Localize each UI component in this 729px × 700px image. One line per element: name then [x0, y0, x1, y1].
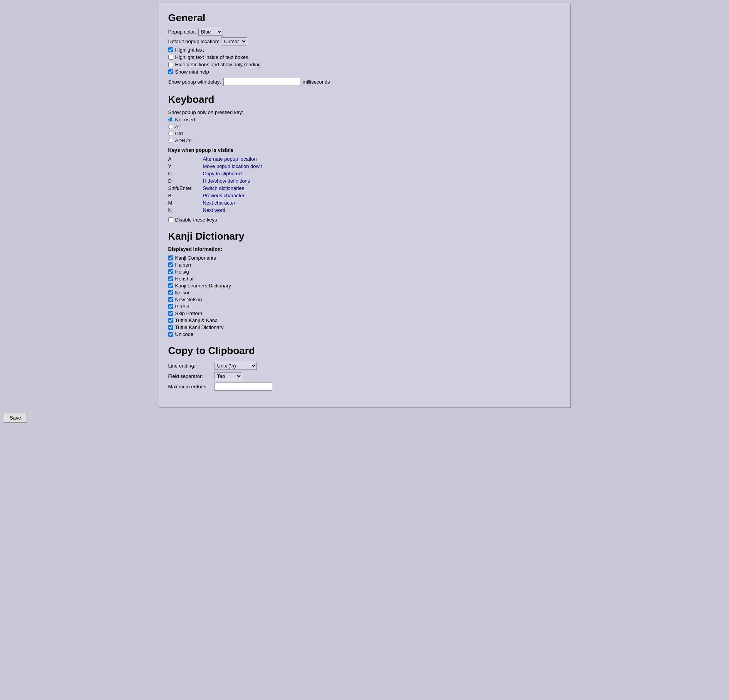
- kanji-checkbox-label[interactable]: New Nelson: [168, 297, 561, 302]
- kanji-item: PinYin: [168, 304, 561, 309]
- hide-definitions-checkbox[interactable]: [168, 62, 173, 67]
- kanji-checkbox[interactable]: [168, 332, 173, 337]
- kanji-section: Kanji Dictionary Displayed information: …: [168, 230, 561, 337]
- kanji-checkbox-label[interactable]: Tuttle Kanji Dictionary: [168, 324, 561, 330]
- save-button[interactable]: Save: [4, 413, 27, 423]
- kanji-item: Tuttle Kanji & Kana: [168, 317, 561, 323]
- kanji-checkbox[interactable]: [168, 283, 173, 288]
- line-ending-row: Line ending: Unix (\n) Windows (\r\n) Ma…: [168, 361, 275, 371]
- show-mini-help-label[interactable]: Show mini help: [168, 69, 209, 75]
- disable-keys-checkbox[interactable]: [168, 217, 173, 222]
- key-row: YMove popup location down: [168, 163, 266, 170]
- kanji-checkbox[interactable]: [168, 255, 173, 260]
- key-name: N: [168, 206, 203, 214]
- show-popup-label: Show popup only on pressed key:: [168, 109, 561, 115]
- key-action: Previous character: [203, 192, 266, 199]
- field-separator-select[interactable]: Tab Comma Space: [215, 372, 242, 380]
- key-name: M: [168, 199, 203, 206]
- radio-ctrl[interactable]: Ctrl: [168, 131, 561, 136]
- radio-not-used[interactable]: Not used: [168, 117, 561, 123]
- kanji-item: Unicode: [168, 331, 561, 337]
- kanji-checkbox-label[interactable]: Skip Pattern: [168, 311, 561, 316]
- kanji-title: Kanji Dictionary: [168, 230, 561, 242]
- kanji-info-title: Displayed information:: [168, 246, 561, 252]
- highlight-text-label[interactable]: Highlight text: [168, 47, 204, 53]
- key-action: Alternate popup location: [203, 155, 266, 163]
- kanji-checkbox-label[interactable]: Heisig: [168, 269, 561, 275]
- radio-alt-ctrl[interactable]: Alt+Ctrl: [168, 138, 561, 143]
- general-section: General Popup color: Blue Red Green Yell…: [168, 12, 561, 86]
- hide-definitions-label[interactable]: Hide definitions and show only reading: [168, 62, 261, 67]
- kanji-checkbox-label[interactable]: Nelson: [168, 290, 561, 295]
- key-name: B: [168, 192, 203, 199]
- show-mini-help-row: Show mini help: [168, 69, 561, 75]
- keys-section: Keys when popup is visible AAlternate po…: [168, 147, 561, 214]
- kanji-item: Heisig: [168, 269, 561, 275]
- key-row: MNext character: [168, 199, 266, 206]
- keys-table: AAlternate popup locationYMove popup loc…: [168, 155, 266, 214]
- highlight-text-inside-checkbox[interactable]: [168, 55, 173, 60]
- kanji-checkbox[interactable]: [168, 262, 173, 267]
- kanji-checkbox[interactable]: [168, 311, 173, 316]
- keyboard-title: Keyboard: [168, 94, 561, 106]
- show-mini-help-checkbox[interactable]: [168, 69, 173, 74]
- kanji-checkbox[interactable]: [168, 318, 173, 323]
- key-action: Switch dictionaries: [203, 185, 266, 192]
- kanji-checkbox[interactable]: [168, 276, 173, 281]
- radio-alt-ctrl-input[interactable]: [168, 138, 173, 143]
- delay-input[interactable]: 150: [223, 78, 300, 86]
- default-popup-location-select[interactable]: Cursor Top Bottom: [221, 37, 247, 45]
- kanji-checkbox[interactable]: [168, 290, 173, 295]
- line-ending-select[interactable]: Unix (\n) Windows (\r\n) Mac (\r): [215, 362, 257, 370]
- radio-alt-input[interactable]: [168, 124, 173, 129]
- radio-not-used-input[interactable]: [168, 117, 173, 122]
- kanji-checkbox[interactable]: [168, 269, 173, 274]
- key-row: CCopy to clipboard: [168, 170, 266, 177]
- kanji-item: New Nelson: [168, 297, 561, 302]
- disable-keys-row: Disable these keys: [168, 217, 561, 223]
- kanji-checkbox-label[interactable]: Henshall: [168, 276, 561, 282]
- hide-definitions-row: Hide definitions and show only reading: [168, 62, 561, 67]
- popup-color-row: Popup color: Blue Red Green Yellow White: [168, 28, 561, 36]
- key-action: Next word: [203, 206, 266, 214]
- keyboard-section: Keyboard Show popup only on pressed key:…: [168, 94, 561, 223]
- keyboard-radio-group: Not used Alt Ctrl Alt+Ctrl: [168, 117, 561, 143]
- key-name: Shift/Enter: [168, 185, 203, 192]
- kanji-checkbox[interactable]: [168, 325, 173, 330]
- kanji-checkbox-label[interactable]: PinYin: [168, 304, 561, 309]
- disable-keys-label[interactable]: Disable these keys: [168, 217, 217, 223]
- key-name: C: [168, 170, 203, 177]
- kanji-checkbox[interactable]: [168, 297, 173, 302]
- key-name: Y: [168, 163, 203, 170]
- clipboard-title: Copy to Clipboard: [168, 345, 561, 357]
- kanji-item: Tuttle Kanji Dictionary: [168, 324, 561, 330]
- key-row: BPrevious character: [168, 192, 266, 199]
- highlight-text-inside-label[interactable]: Highlight text inside of text boxes: [168, 54, 248, 60]
- kanji-checkbox-label[interactable]: Halpern: [168, 262, 561, 268]
- kanji-item: Kanji Components: [168, 255, 561, 261]
- key-action: Copy to clipboard: [203, 170, 266, 177]
- kanji-checkbox-label[interactable]: Unicode: [168, 331, 561, 337]
- keys-title: Keys when popup is visible: [168, 147, 561, 153]
- default-popup-location-row: Default popup location: Cursor Top Botto…: [168, 37, 561, 45]
- highlight-text-checkbox[interactable]: [168, 47, 173, 52]
- popup-color-select[interactable]: Blue Red Green Yellow White: [198, 28, 223, 36]
- max-entries-row: Maximum entries: 7: [168, 381, 275, 392]
- clipboard-table: Line ending: Unix (\n) Windows (\r\n) Ma…: [168, 361, 275, 392]
- kanji-checkbox[interactable]: [168, 304, 173, 309]
- kanji-item: Halpern: [168, 262, 561, 268]
- kanji-checkbox-label[interactable]: Tuttle Kanji & Kana: [168, 317, 561, 323]
- radio-alt[interactable]: Alt: [168, 124, 561, 129]
- radio-ctrl-input[interactable]: [168, 131, 173, 136]
- kanji-checkbox-label[interactable]: Kanji Components: [168, 255, 561, 261]
- key-row: AAlternate popup location: [168, 155, 266, 163]
- clipboard-section: Copy to Clipboard Line ending: Unix (\n)…: [168, 345, 561, 392]
- max-entries-input[interactable]: 7: [215, 383, 272, 391]
- kanji-checkbox-label[interactable]: Kanji Learners Dictionary: [168, 283, 561, 289]
- kanji-item: Henshall: [168, 276, 561, 282]
- highlight-text-inside-row: Highlight text inside of text boxes: [168, 54, 561, 60]
- key-name: D: [168, 177, 203, 185]
- delay-label: Show popup with delay:: [168, 79, 221, 85]
- field-separator-row: Field separator: Tab Comma Space: [168, 371, 275, 381]
- kanji-item: Skip Pattern: [168, 311, 561, 316]
